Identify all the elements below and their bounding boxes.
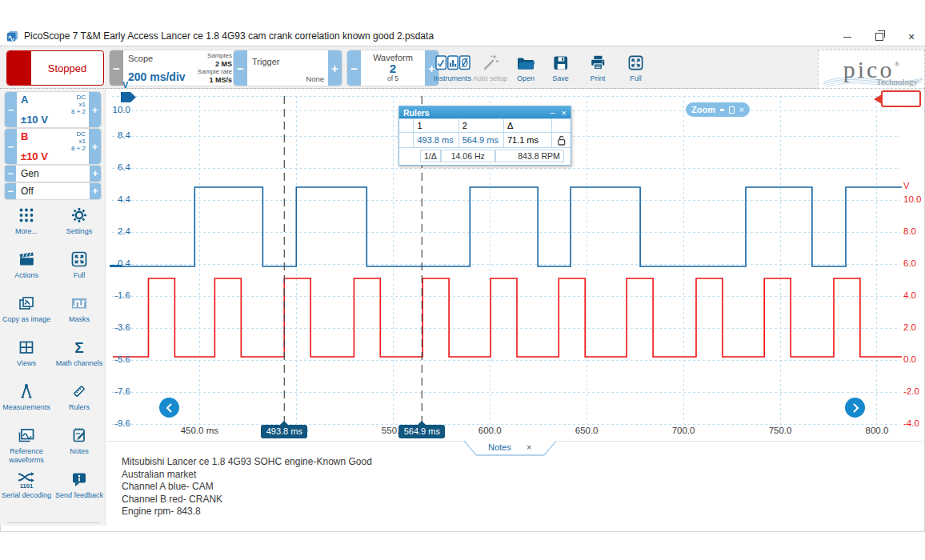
inverse-delta-label: 1/Δ	[420, 150, 441, 162]
notes-tab-label: Notes	[488, 442, 511, 452]
chevron-left-icon	[164, 402, 175, 414]
notes-line: Mitsubishi Lancer ce 1.8 4G93 SOHC engin…	[122, 456, 372, 469]
y-axis-left-tick-label: 6.4	[110, 162, 130, 172]
x-axis-tick-label: 600.0	[464, 426, 515, 435]
waveform-trace	[113, 187, 902, 266]
ruler2-value[interactable]: 564.9 ms	[458, 133, 503, 147]
time-ruler-handle[interactable]: 564.9 ms	[398, 425, 445, 438]
ruler-lock-button[interactable]	[551, 133, 571, 147]
notes-tab[interactable]: Notes ×	[464, 441, 556, 456]
y-axis-left-tick-label: -5.6	[110, 354, 130, 364]
ruler1-value[interactable]: 493.8 ms	[413, 133, 458, 147]
zoom-label: Zoom	[691, 105, 715, 114]
zoom-minimize-icon[interactable]	[720, 109, 724, 111]
scroll-left-button[interactable]	[159, 398, 179, 418]
scroll-right-button[interactable]	[845, 398, 865, 418]
y-axis-left-tick-label: -3.6	[110, 322, 130, 332]
zoom-window-icon[interactable]	[729, 106, 734, 114]
waveform-trace	[113, 278, 902, 357]
y-axis-left-tick-label: -9.6	[110, 418, 130, 428]
x-axis-tick-label: 700.0	[658, 426, 709, 435]
y-axis-left-tick-label: -7.6	[110, 386, 130, 396]
y-axis-right-tick-label: 10.0	[903, 194, 921, 204]
zoom-overlay[interactable]: Zoom ×	[686, 102, 750, 117]
y-axis-right-tick-label: 4.0	[903, 290, 916, 300]
x-axis-tick-label: 750.0	[755, 426, 806, 435]
rpm-value: 843.8 RPM	[495, 150, 564, 162]
y-axis-right-tick-label: 6.0	[903, 258, 916, 268]
unlock-icon	[557, 135, 566, 146]
notes-line: Engine rpm- 843.8	[122, 506, 372, 518]
y-axis-right-tick-label: 2.0	[903, 322, 916, 332]
channel-a-zero-marker	[110, 265, 122, 267]
y-axis-right-tick-label: 8.0	[903, 226, 916, 236]
rulers-close-button[interactable]: ×	[562, 108, 567, 118]
channel-b-ruler-tag[interactable]	[881, 90, 921, 107]
frequency-value: 14.06 Hz	[441, 150, 495, 162]
delta-header: Δ	[503, 119, 551, 132]
y-axis-left-tick-label: 10.0	[110, 105, 130, 114]
y-axis-right-tick-label: -2.0	[903, 386, 919, 396]
channel-a-axis-flag[interactable]	[120, 90, 138, 104]
x-axis-tick-label: 650.0	[561, 426, 612, 435]
y-axis-left-tick-label: 2.4	[110, 226, 130, 236]
rulers-panel-titlebar[interactable]: Rulers − ×	[399, 106, 571, 118]
left-axis-unit: V	[122, 80, 128, 90]
x-axis-tick-label: 800.0	[851, 426, 903, 435]
ruler1-header: 1	[413, 119, 458, 132]
delta-value: 71.1 ms	[503, 133, 551, 147]
right-axis-unit: V	[903, 181, 909, 190]
y-axis-right-tick-label: 0.0	[903, 354, 916, 364]
notes-tab-close-icon[interactable]: ×	[527, 442, 531, 452]
zoom-close-icon[interactable]: ×	[739, 106, 744, 114]
x-axis-tick-label: 450.0 ms	[174, 426, 225, 435]
chevron-right-icon	[850, 402, 861, 414]
rulers-minimize-button[interactable]: −	[550, 108, 555, 118]
ruler2-header: 2	[458, 119, 503, 132]
notes-line: Australian market	[122, 469, 372, 482]
y-axis-left-tick-label: 4.4	[110, 194, 130, 204]
rulers-panel[interactable]: Rulers − × 1 2 Δ 493.8 ms 564.9 ms 71.1 …	[398, 106, 571, 166]
rulers-panel-title: Rulers	[403, 108, 430, 118]
notes-text[interactable]: Mitsubishi Lancer ce 1.8 4G93 SOHC engin…	[122, 456, 372, 518]
notes-line: Channel A blue- CAM	[122, 481, 372, 494]
y-axis-left-tick-label: 8.4	[110, 130, 130, 140]
notes-line: Channel B red- CRANK	[122, 494, 372, 506]
time-ruler-handle[interactable]: 493.8 ms	[261, 425, 307, 438]
y-axis-right-tick-label: -4.0	[903, 418, 919, 428]
y-axis-left-tick-label: -1.6	[110, 290, 130, 300]
